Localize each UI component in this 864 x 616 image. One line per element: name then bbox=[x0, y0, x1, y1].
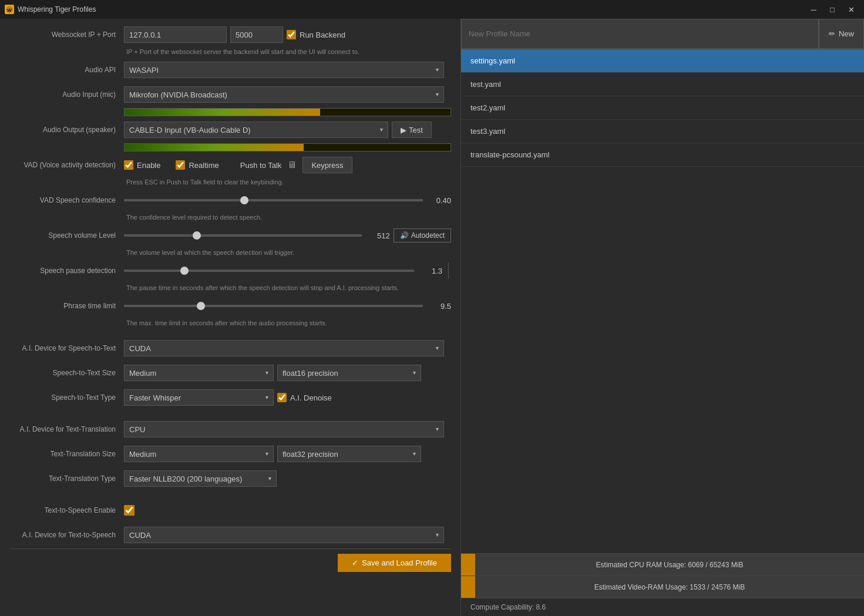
ai-device-tts-row: A.I. Device for Text-to-Speech CUDA CPU bbox=[9, 524, 451, 546]
tt-type-select[interactable]: Faster NLLB200 (200 languages) NLLB200 M… bbox=[124, 470, 277, 487]
websocket-ip-input[interactable] bbox=[124, 26, 227, 43]
ai-device-stt-label: A.I. Device for Speech-to-Text bbox=[9, 344, 124, 352]
tt-size-select[interactable]: TinyBaseSmallMediumLarge bbox=[124, 446, 274, 462]
audio-input-wrapper: Mikrofon (NVIDIA Broadcast) bbox=[124, 86, 444, 103]
speech-pause-row: Speech pause detection 1.3 bbox=[9, 260, 451, 282]
audio-input-label: Audio Input (mic) bbox=[9, 90, 124, 99]
vad-realtime-text: Realtime bbox=[189, 161, 218, 170]
profile-item[interactable]: settings.yaml bbox=[461, 49, 864, 73]
audio-output-wrapper: CABLE-D Input (VB-Audio Cable D) bbox=[124, 122, 388, 138]
profile-list: settings.yamltest.yamltest2.yamltest3.ya… bbox=[461, 49, 864, 553]
monitor-icon: 🖥 bbox=[287, 160, 297, 170]
stt-denoise-checkbox[interactable] bbox=[277, 393, 287, 402]
push-to-talk-text: Push to Talk bbox=[240, 161, 282, 170]
ai-device-tts-label: A.I. Device for Text-to-Speech bbox=[9, 531, 124, 539]
vad-label: VAD (Voice activity detection) bbox=[9, 161, 124, 169]
test-button[interactable]: ▶ Test bbox=[392, 122, 432, 138]
speech-pause-content: 1.3 bbox=[124, 262, 451, 279]
websocket-port-input[interactable] bbox=[230, 26, 283, 43]
websocket-label: Websocket IP + Port bbox=[9, 31, 124, 39]
stt-type-row: Speech-to-Text Type Faster Whisper Whisp… bbox=[9, 386, 451, 409]
phrase-time-hint: The max. time limit in seconds after whi… bbox=[124, 319, 451, 326]
stt-size-row: Speech-to-Text Size TinyBaseSmallMediumL… bbox=[9, 362, 451, 384]
stt-size-select[interactable]: TinyBaseSmallMediumLarge bbox=[124, 365, 274, 381]
autodetect-button[interactable]: 🔊 Autodetect bbox=[394, 228, 451, 243]
vad-confidence-slider-row: 0.40 bbox=[124, 196, 451, 205]
close-button[interactable]: ✕ bbox=[843, 4, 859, 15]
save-button[interactable]: ✓ Save and Load Profile bbox=[338, 554, 451, 572]
speech-pause-hint: The pause time in seconds after which th… bbox=[124, 284, 451, 291]
stt-denoise-text: A.I. Denoise bbox=[290, 393, 332, 402]
stt-precision-wrapper: float16 precision float32 precision int8… bbox=[277, 365, 421, 381]
tt-precision-select[interactable]: float16 precision float32 precision int8… bbox=[277, 446, 421, 462]
minimize-button[interactable]: ─ bbox=[805, 4, 822, 15]
vad-enable-text: Enable bbox=[137, 161, 160, 170]
compute-bar: Compute Capability: 8.6 bbox=[461, 598, 864, 616]
profile-item[interactable]: test3.yaml bbox=[461, 120, 864, 143]
profile-item[interactable]: test.yaml bbox=[461, 73, 864, 96]
speech-pause-slider[interactable] bbox=[124, 270, 414, 272]
stt-type-content: Faster Whisper Whisper Whisper.cpp A.I. … bbox=[124, 389, 451, 406]
audio-input-level-container bbox=[124, 108, 451, 116]
title-bar: W Whispering Tiger Profiles ─ □ ✕ bbox=[0, 0, 864, 19]
run-backend-checkbox[interactable] bbox=[287, 30, 296, 39]
vad-realtime-label[interactable]: Realtime bbox=[176, 160, 218, 170]
audio-output-level-bar bbox=[124, 143, 451, 152]
tts-enable-checkbox[interactable] bbox=[124, 505, 135, 516]
tt-precision-wrapper: float16 precision float32 precision int8… bbox=[277, 446, 421, 462]
tt-type-content: Faster NLLB200 (200 languages) NLLB200 M… bbox=[124, 470, 451, 487]
phrase-time-slider-row: 9.5 bbox=[124, 302, 451, 311]
stt-precision-select[interactable]: float16 precision float32 precision int8… bbox=[277, 365, 421, 381]
stt-denoise-label[interactable]: A.I. Denoise bbox=[277, 393, 332, 402]
vad-confidence-value: 0.40 bbox=[429, 196, 451, 205]
tt-type-label: Text-Translation Type bbox=[9, 474, 124, 483]
profile-item[interactable]: test2.yaml bbox=[461, 96, 864, 120]
stt-type-select[interactable]: Faster Whisper Whisper Whisper.cpp bbox=[124, 389, 274, 406]
phrase-time-row: Phrase time limit 9.5 bbox=[9, 295, 451, 317]
profile-name-input[interactable] bbox=[461, 19, 819, 49]
ai-device-tts-select[interactable]: CUDA CPU bbox=[124, 527, 444, 543]
audio-input-select[interactable]: Mikrofon (NVIDIA Broadcast) bbox=[124, 86, 444, 103]
speech-volume-label: Speech volume Level bbox=[9, 231, 124, 240]
ai-device-tt-select[interactable]: CPU CUDA GPU bbox=[124, 421, 444, 437]
vad-enable-label[interactable]: Enable bbox=[124, 160, 160, 170]
audio-api-wrapper: WASAPI DirectSound MME bbox=[124, 62, 444, 78]
ai-device-stt-row: A.I. Device for Speech-to-Text CUDA CPU bbox=[9, 337, 451, 359]
new-profile-button[interactable]: ✏ New bbox=[819, 19, 864, 49]
cpu-ram-indicator bbox=[461, 554, 475, 575]
audio-output-select[interactable]: CABLE-D Input (VB-Audio Cable D) bbox=[124, 122, 388, 138]
maximize-button[interactable]: □ bbox=[824, 4, 841, 15]
vad-confidence-row: VAD Speech confidence 0.40 bbox=[9, 189, 451, 211]
audio-output-level-container bbox=[124, 143, 451, 152]
vad-confidence-slider[interactable] bbox=[124, 199, 423, 201]
run-backend-label[interactable]: Run Backend bbox=[287, 30, 345, 39]
vad-realtime-checkbox[interactable] bbox=[176, 160, 185, 170]
tts-enable-content bbox=[124, 505, 451, 516]
speech-volume-row: Speech volume Level 512 🔊 Autodetect bbox=[9, 224, 451, 247]
ai-device-tt-content: CPU CUDA GPU bbox=[124, 421, 451, 437]
ai-device-tts-content: CUDA CPU bbox=[124, 527, 451, 543]
tt-size-content: TinyBaseSmallMediumLarge float16 precisi… bbox=[124, 446, 451, 462]
audio-api-select[interactable]: WASAPI DirectSound MME bbox=[124, 62, 444, 78]
window-controls: ─ □ ✕ bbox=[805, 4, 859, 15]
app-icon: W bbox=[5, 5, 14, 14]
phrase-time-value: 9.5 bbox=[429, 302, 451, 311]
play-icon: ▶ bbox=[401, 126, 406, 134]
stt-type-label: Speech-to-Text Type bbox=[9, 393, 124, 402]
vad-enable-checkbox[interactable] bbox=[124, 160, 133, 170]
audio-input-content: Mikrofon (NVIDIA Broadcast) bbox=[124, 86, 451, 103]
vad-confidence-hint: The confidence level required to detect … bbox=[124, 214, 451, 221]
run-backend-text: Run Backend bbox=[300, 31, 345, 39]
speech-pause-label: Speech pause detection bbox=[9, 267, 124, 275]
profile-item[interactable]: translate-pcsound.yaml bbox=[461, 143, 864, 167]
keypress-button[interactable]: Keypress bbox=[302, 157, 352, 173]
speech-volume-slider[interactable] bbox=[124, 234, 362, 237]
audio-input-level-fill bbox=[125, 109, 320, 116]
ai-device-tts-wrapper: CUDA CPU bbox=[124, 527, 444, 543]
settings-panel: Websocket IP + Port Run Backend IP + Por… bbox=[0, 19, 461, 616]
phrase-time-slider[interactable] bbox=[124, 305, 423, 307]
ai-device-stt-select[interactable]: CUDA CPU bbox=[124, 340, 444, 356]
audio-input-level-bar bbox=[124, 108, 451, 116]
save-icon: ✓ bbox=[352, 558, 358, 567]
tts-enable-row: Text-to-Speech Enable bbox=[9, 499, 451, 521]
